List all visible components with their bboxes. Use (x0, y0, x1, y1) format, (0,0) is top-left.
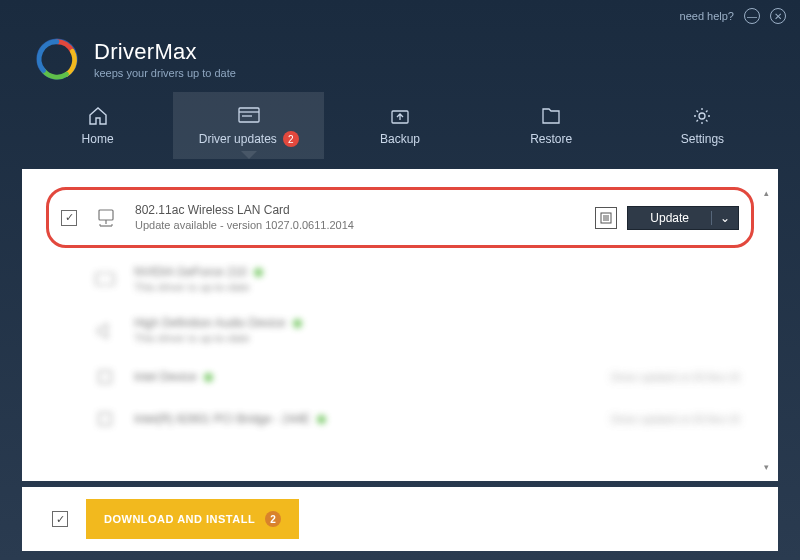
backup-icon (389, 107, 411, 125)
branding: DriverMax keeps your drivers up to date (0, 24, 800, 92)
svg-rect-16 (99, 371, 111, 383)
tab-backup-label: Backup (380, 132, 420, 146)
driver-row: Intel(R) 82801 PCI Bridge - 244E Driver … (52, 398, 748, 440)
tab-updates-label: Driver updates (199, 132, 277, 146)
tab-settings[interactable]: Settings (627, 92, 778, 159)
minimize-button[interactable]: — (744, 8, 760, 24)
home-icon (87, 107, 109, 125)
app-logo-icon (34, 36, 80, 82)
driver-row: NVIDIA GeForce 210 This driver is up-to-… (52, 254, 748, 305)
scrollbar[interactable]: ▴ ▾ (760, 187, 772, 473)
update-button-label: Update (628, 211, 711, 225)
scroll-down-icon[interactable]: ▾ (760, 461, 772, 473)
download-badge: 2 (265, 511, 281, 527)
app-name: DriverMax (94, 39, 236, 65)
main-tabs: Home Driver updates2 Backup Restore Sett… (22, 92, 778, 159)
driver-row-highlighted: ✓ 802.11ac Wireless LAN Card Update avai… (46, 187, 754, 248)
row-meta: Driver updated on 03-Nov-16 (611, 414, 740, 425)
driver-subtext: Update available - version 1027.0.0611.2… (135, 218, 577, 233)
svg-rect-6 (99, 210, 113, 220)
network-card-icon (95, 207, 117, 229)
driver-row: Intel Device Driver updated on 03-Nov-16 (52, 356, 748, 398)
driver-list-panel: ✓ 802.11ac Wireless LAN Card Update avai… (22, 169, 778, 481)
row-checkbox[interactable]: ✓ (61, 210, 77, 226)
chip-icon (94, 408, 116, 430)
restore-icon (540, 107, 562, 125)
tab-home-label: Home (82, 132, 114, 146)
scroll-up-icon[interactable]: ▴ (760, 187, 772, 199)
tab-restore-label: Restore (530, 132, 572, 146)
titlebar: need help? — ✕ (0, 0, 800, 24)
updates-badge: 2 (283, 131, 299, 147)
download-install-button[interactable]: DOWNLOAD AND INSTALL 2 (86, 499, 299, 539)
tab-restore[interactable]: Restore (476, 92, 627, 159)
tab-driver-updates[interactable]: Driver updates2 (173, 92, 324, 159)
row-meta: Driver updated on 03-Nov-16 (611, 372, 740, 383)
svg-point-5 (699, 113, 705, 119)
app-tagline: keeps your drivers up to date (94, 67, 236, 79)
svg-rect-17 (99, 413, 111, 425)
close-button[interactable]: ✕ (770, 8, 786, 24)
update-dropdown[interactable]: ⌄ (711, 211, 738, 225)
driver-row: High Definition Audio Device This driver… (52, 305, 748, 356)
download-label: DOWNLOAD AND INSTALL (104, 513, 255, 525)
row-details-button[interactable] (595, 207, 617, 229)
select-all-checkbox[interactable]: ✓ (52, 511, 68, 527)
display-icon (94, 269, 116, 291)
need-help-link[interactable]: need help? (680, 10, 734, 22)
chip-icon (94, 366, 116, 388)
audio-icon (94, 320, 116, 342)
svg-rect-1 (239, 108, 259, 122)
update-button[interactable]: Update ⌄ (627, 206, 739, 230)
svg-rect-15 (96, 273, 114, 285)
tab-backup[interactable]: Backup (324, 92, 475, 159)
tab-home[interactable]: Home (22, 92, 173, 159)
tab-settings-label: Settings (681, 132, 724, 146)
settings-icon (691, 107, 713, 125)
driver-title: 802.11ac Wireless LAN Card (135, 202, 577, 218)
bottom-bar: ✓ DOWNLOAD AND INSTALL 2 (22, 487, 778, 551)
updates-icon (238, 106, 260, 124)
footer: © 2017 DriverMax PRO version 9.17 f g⁺ (0, 551, 800, 560)
